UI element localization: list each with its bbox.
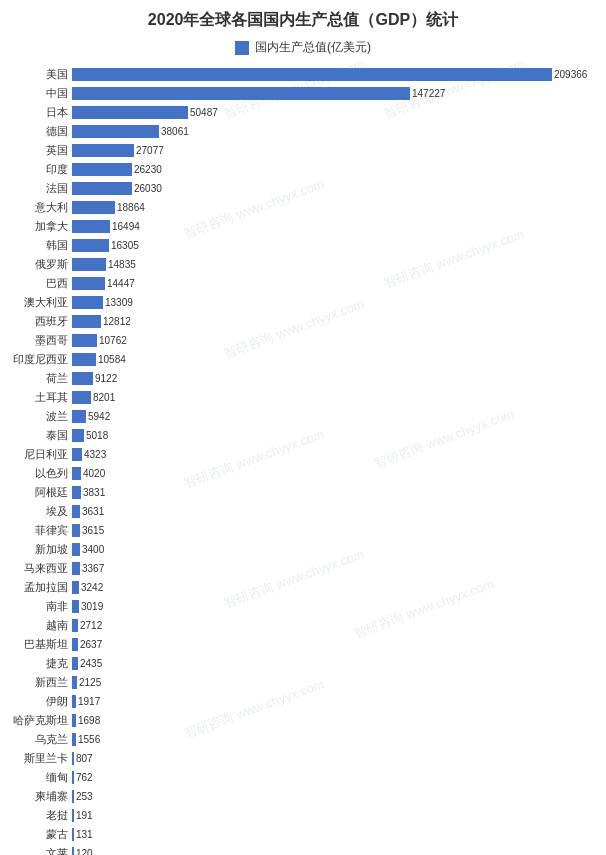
bar-wrapper: 120 — [72, 847, 596, 856]
bar-fill — [72, 847, 74, 856]
bar-row: 韩国16305 — [10, 237, 596, 253]
bar-row: 俄罗斯14835 — [10, 256, 596, 272]
bar-value-label: 253 — [76, 791, 93, 802]
bar-fill — [72, 125, 159, 138]
bar-row: 中国147227 — [10, 85, 596, 101]
bar-fill — [72, 296, 103, 309]
legend-color-box — [235, 41, 249, 55]
bar-value-label: 1556 — [78, 734, 100, 745]
bar-label: 波兰 — [10, 409, 72, 424]
chart-container: 2020年全球各国国内生产总值（GDP）统计 国内生产总值(亿美元) 美国209… — [0, 0, 606, 855]
bar-label: 老挝 — [10, 808, 72, 823]
bar-wrapper: 2637 — [72, 638, 596, 651]
bar-fill — [72, 809, 74, 822]
bar-wrapper: 762 — [72, 771, 596, 784]
bar-wrapper: 253 — [72, 790, 596, 803]
bar-fill — [72, 277, 105, 290]
bar-fill — [72, 372, 93, 385]
bar-value-label: 27077 — [136, 145, 164, 156]
bar-wrapper: 2712 — [72, 619, 596, 632]
bar-label: 孟加拉国 — [10, 580, 72, 595]
bar-value-label: 807 — [76, 753, 93, 764]
bar-row: 荷兰9122 — [10, 370, 596, 386]
bar-value-label: 50487 — [190, 107, 218, 118]
chart-title: 2020年全球各国国内生产总值（GDP）统计 — [10, 10, 596, 31]
bar-wrapper: 2125 — [72, 676, 596, 689]
bar-row: 孟加拉国3242 — [10, 579, 596, 595]
bar-value-label: 3242 — [81, 582, 103, 593]
bar-label: 缅甸 — [10, 770, 72, 785]
bar-wrapper: 14835 — [72, 258, 596, 271]
bar-fill — [72, 695, 76, 708]
bar-label: 法国 — [10, 181, 72, 196]
bar-label: 哈萨克斯坦 — [10, 713, 72, 728]
bar-wrapper: 807 — [72, 752, 596, 765]
bar-value-label: 762 — [76, 772, 93, 783]
bar-fill — [72, 657, 78, 670]
bar-wrapper: 50487 — [72, 106, 596, 119]
bar-row: 巴西14447 — [10, 275, 596, 291]
bar-wrapper: 191 — [72, 809, 596, 822]
bar-wrapper: 16494 — [72, 220, 596, 233]
bar-label: 韩国 — [10, 238, 72, 253]
bar-row: 老挝191 — [10, 807, 596, 823]
bar-label: 巴基斯坦 — [10, 637, 72, 652]
bar-value-label: 18864 — [117, 202, 145, 213]
bar-label: 以色列 — [10, 466, 72, 481]
bar-value-label: 14835 — [108, 259, 136, 270]
bar-chart: 美国209366中国147227日本50487德国38061英国27077印度2… — [10, 66, 596, 855]
bar-wrapper: 3631 — [72, 505, 596, 518]
bar-fill — [72, 448, 82, 461]
bar-wrapper: 209366 — [72, 68, 596, 81]
bar-label: 俄罗斯 — [10, 257, 72, 272]
bar-value-label: 3367 — [82, 563, 104, 574]
bar-value-label: 3631 — [82, 506, 104, 517]
bar-label: 斯里兰卡 — [10, 751, 72, 766]
bar-row: 巴基斯坦2637 — [10, 636, 596, 652]
bar-value-label: 120 — [76, 848, 93, 856]
bar-row: 德国38061 — [10, 123, 596, 139]
bar-fill — [72, 353, 96, 366]
bar-value-label: 2125 — [79, 677, 101, 688]
bar-fill — [72, 524, 80, 537]
bar-fill — [72, 828, 74, 841]
bar-label: 澳大利亚 — [10, 295, 72, 310]
bar-wrapper: 3400 — [72, 543, 596, 556]
bar-row: 斯里兰卡807 — [10, 750, 596, 766]
bar-value-label: 2435 — [80, 658, 102, 669]
bar-label: 新西兰 — [10, 675, 72, 690]
bar-label: 阿根廷 — [10, 485, 72, 500]
bar-value-label: 1698 — [78, 715, 100, 726]
bar-value-label: 8201 — [93, 392, 115, 403]
bar-label: 日本 — [10, 105, 72, 120]
bar-row: 乌克兰1556 — [10, 731, 596, 747]
bar-row: 捷克2435 — [10, 655, 596, 671]
bar-fill — [72, 144, 134, 157]
bar-label: 乌克兰 — [10, 732, 72, 747]
bar-wrapper: 26230 — [72, 163, 596, 176]
bar-fill — [72, 638, 78, 651]
bar-wrapper: 4020 — [72, 467, 596, 480]
bar-row: 哈萨克斯坦1698 — [10, 712, 596, 728]
bar-row: 新加坡3400 — [10, 541, 596, 557]
bar-fill — [72, 733, 76, 746]
bar-label: 巴西 — [10, 276, 72, 291]
bar-label: 捷克 — [10, 656, 72, 671]
bar-value-label: 131 — [76, 829, 93, 840]
bar-row: 以色列4020 — [10, 465, 596, 481]
bar-label: 尼日利亚 — [10, 447, 72, 462]
bar-row: 缅甸762 — [10, 769, 596, 785]
bar-wrapper: 3615 — [72, 524, 596, 537]
bar-row: 印度26230 — [10, 161, 596, 177]
bar-row: 墨西哥10762 — [10, 332, 596, 348]
bar-fill — [72, 714, 76, 727]
bar-fill — [72, 163, 132, 176]
bar-label: 越南 — [10, 618, 72, 633]
bar-fill — [72, 87, 410, 100]
bar-fill — [72, 391, 91, 404]
bar-fill — [72, 410, 86, 423]
bar-wrapper: 1698 — [72, 714, 596, 727]
bar-wrapper: 147227 — [72, 87, 596, 100]
bar-label: 美国 — [10, 67, 72, 82]
bar-fill — [72, 486, 81, 499]
